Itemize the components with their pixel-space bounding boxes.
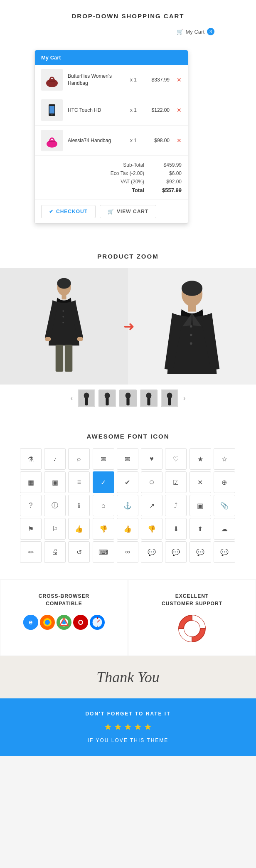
svg-point-4 — [52, 114, 53, 116]
cart-totals: Sub-Total $459.99 Eco Tax (-2.00) $6.00 … — [35, 156, 188, 200]
star-4[interactable]: ★ — [134, 722, 142, 732]
icon-paperclip[interactable]: 📎 — [214, 495, 235, 516]
icon-cloud[interactable]: ☁ — [214, 518, 235, 540]
icon-check-circle[interactable]: ✔ — [117, 471, 138, 493]
phone-icon — [44, 102, 60, 118]
icon-upload[interactable]: ⬆ — [190, 518, 211, 540]
cart-trigger[interactable]: 🛒 My Cart 3 — [177, 28, 215, 35]
icon-comments[interactable]: 💬 — [165, 541, 187, 563]
chrome-icon — [57, 615, 71, 630]
thumb-next-button[interactable]: › — [182, 393, 187, 404]
icon-th-list[interactable]: ≡ — [68, 471, 90, 493]
icon-comments-o[interactable]: 💬 — [214, 541, 235, 563]
icon-heart[interactable]: ♥ — [141, 448, 162, 470]
icon-comment-o[interactable]: 💬 — [190, 541, 211, 563]
star-1[interactable]: ★ — [104, 722, 112, 732]
ecotax-label: Eco Tax (-2.00) — [41, 170, 153, 176]
thumb-prev-button[interactable]: ‹ — [69, 393, 74, 404]
svg-rect-19 — [188, 305, 196, 312]
icon-download[interactable]: ⬇ — [165, 518, 187, 540]
cart-dropdown-header: My Cart — [35, 50, 188, 65]
icon-thumbs-up-alt[interactable]: 👍 — [117, 518, 138, 540]
icon-info-circle[interactable]: ⓘ — [44, 495, 66, 516]
cart-item-remove-3[interactable]: ✕ — [177, 137, 182, 144]
icon-thumbs-down-alt[interactable]: 👎 — [141, 518, 162, 540]
icon-comment[interactable]: 💬 — [141, 541, 162, 563]
icon-print[interactable]: 🖨 — [44, 541, 66, 563]
thumbnail-2[interactable] — [98, 390, 116, 407]
star-2[interactable]: ★ — [114, 722, 122, 732]
icon-edit[interactable]: ✏ — [20, 541, 42, 563]
icon-picture[interactable]: ▣ — [190, 495, 211, 516]
icon-search[interactable]: ⌕ — [68, 448, 90, 470]
icon-flag-o[interactable]: ⚐ — [44, 518, 66, 540]
cart-item-image-1 — [41, 69, 63, 91]
icon-infinity[interactable]: ∞ — [117, 541, 138, 563]
icon-flag[interactable]: ⚑ — [20, 518, 42, 540]
svg-rect-1 — [49, 81, 55, 81]
cart-item-remove-1[interactable]: ✕ — [177, 76, 182, 83]
ie-icon: e — [23, 615, 38, 630]
vat-label: VAT (20%) — [41, 179, 153, 185]
icons-section: AWESOME FONT ICON ⚗ ♪ ⌕ ✉ ✉ ♥ ♡ ★ ☆ ▦ ▣ … — [0, 420, 256, 579]
thumbnail-1[interactable] — [78, 390, 95, 407]
icon-envelope-alt[interactable]: ✉ — [117, 448, 138, 470]
handbag2-icon — [44, 132, 60, 149]
thumbnail-4[interactable] — [140, 390, 158, 407]
icon-link[interactable]: ⚓ — [117, 495, 138, 516]
safari-icon — [90, 615, 105, 630]
star-3[interactable]: ★ — [124, 722, 132, 732]
subtotal-value: $459.99 — [153, 162, 182, 168]
thumbnails-row: ‹ — [0, 385, 256, 412]
icon-question[interactable]: ? — [20, 495, 42, 516]
checkout-button[interactable]: ✔ CHECKOUT — [41, 205, 96, 218]
icon-external-link[interactable]: ↗ — [141, 495, 162, 516]
icon-smile[interactable]: ☺ — [141, 471, 162, 493]
icon-th-large[interactable]: ▦ — [20, 471, 42, 493]
cart-item-remove-2[interactable]: ✕ — [177, 107, 182, 113]
icon-thumbs-down[interactable]: 👎 — [93, 518, 114, 540]
view-cart-button[interactable]: 🛒 VIEW CART — [100, 205, 156, 218]
icon-th[interactable]: ▣ — [44, 471, 66, 493]
cart-item: Alessia74 Handbag x 1 $98.00 ✕ — [35, 126, 188, 156]
thumb5-icon — [162, 390, 177, 406]
icon-heart-empty[interactable]: ♡ — [165, 448, 187, 470]
icon-refresh[interactable]: ↺ — [68, 541, 90, 563]
star-5[interactable]: ★ — [144, 722, 152, 732]
icon-home[interactable]: ⌂ — [93, 495, 114, 516]
icon-envelope[interactable]: ✉ — [93, 448, 114, 470]
zoom-section-title: PRODUCT ZOOM — [0, 253, 256, 260]
icon-plus-circle[interactable]: ⊕ — [214, 471, 235, 493]
thumbnail-5[interactable] — [161, 390, 178, 407]
thumbnail-3[interactable] — [119, 390, 137, 407]
svg-point-24 — [84, 392, 89, 398]
svg-rect-31 — [126, 398, 129, 405]
icon-star[interactable]: ★ — [190, 448, 211, 470]
cart-item-qty-3: x 1 — [127, 138, 140, 143]
if-you-love-text: IF YOU LOVE THIS THEME — [8, 737, 248, 743]
svg-rect-9 — [62, 295, 66, 299]
icon-check[interactable]: ✓ — [93, 471, 114, 493]
svg-point-30 — [126, 392, 131, 398]
cart-subtotal-row: Sub-Total $459.99 — [41, 161, 182, 169]
icon-external-link-alt[interactable]: ⤴ — [165, 495, 187, 516]
person-zoom-icon — [159, 276, 225, 376]
subtotal-label: Sub-Total — [41, 162, 153, 168]
cart-ecotax-row: Eco Tax (-2.00) $6.00 — [41, 169, 182, 178]
cart-item: Butterflies Women'sHandbag x 1 $337.99 ✕ — [35, 65, 188, 95]
icon-info[interactable]: ℹ — [68, 495, 90, 516]
cart-item-name-3: Alessia74 Handbag — [68, 137, 122, 144]
icon-thumbs-up[interactable]: 👍 — [68, 518, 90, 540]
icon-filter[interactable]: ⚗ — [20, 448, 42, 470]
icon-star-empty[interactable]: ☆ — [214, 448, 235, 470]
icon-times[interactable]: ✕ — [190, 471, 211, 493]
handbag1-icon — [44, 72, 60, 88]
svg-rect-3 — [49, 106, 54, 113]
rate-section: DON'T FORGET TO RATE IT ★ ★ ★ ★ ★ IF YOU… — [0, 698, 256, 756]
browser-icons-group: e — [9, 614, 119, 631]
icon-checkbox[interactable]: ☑ — [165, 471, 187, 493]
icon-keyboard[interactable]: ⌨ — [93, 541, 114, 563]
viewcart-icon: 🛒 — [108, 209, 114, 215]
icon-music[interactable]: ♪ — [44, 448, 66, 470]
cart-vat-row: VAT (20%) $92.00 — [41, 178, 182, 186]
